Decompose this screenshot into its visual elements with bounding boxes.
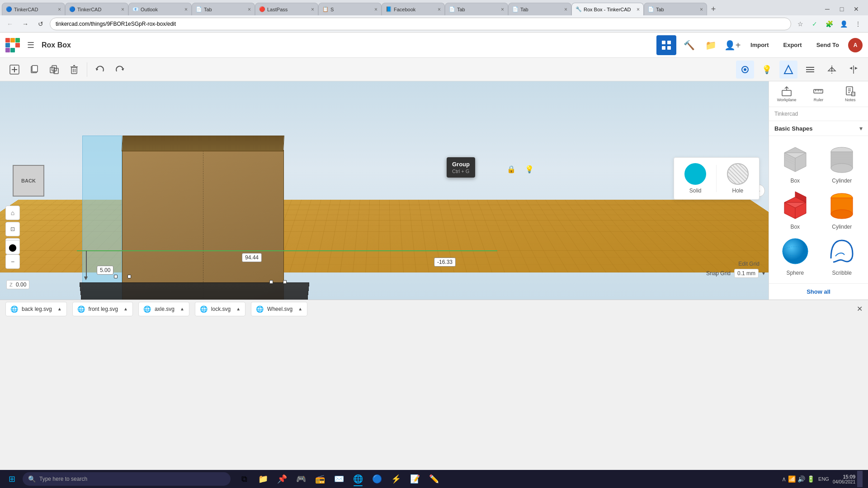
taskbar-app-edge[interactable]: 🌐 — [349, 471, 367, 487]
hole-item[interactable]: Hole — [727, 163, 749, 194]
app-menu-icon[interactable]: ☰ — [25, 38, 36, 52]
solid-circle[interactable] — [684, 163, 706, 185]
view-mode-button[interactable] — [736, 61, 754, 79]
user-avatar[interactable]: A — [848, 38, 863, 52]
shape-box-grey[interactable]: Box — [774, 143, 816, 184]
tab-6[interactable]: 📋 S × — [318, 3, 382, 15]
taskbar-corner[interactable] — [857, 471, 863, 487]
download-chevron-2[interactable]: ▲ — [123, 306, 128, 311]
download-chevron-5[interactable]: ▲ — [298, 306, 302, 311]
taskbar-app-word[interactable]: 📝 — [406, 471, 424, 487]
taskbar-app-explorer[interactable]: 📁 — [254, 471, 272, 487]
light-toggle-button[interactable]: 💡 — [522, 162, 537, 176]
forward-button[interactable]: → — [19, 18, 32, 30]
taskbar-clock[interactable]: 15:09 04/06/2021 — [833, 474, 855, 484]
network-icon[interactable]: 📶 — [788, 475, 796, 483]
tab-2[interactable]: 🔵 TinkerCAD × — [65, 3, 128, 15]
hammer-icon-button[interactable]: 🔨 — [680, 36, 698, 54]
close-button[interactable]: ✕ — [850, 3, 863, 15]
multi-copy-button[interactable] — [45, 61, 63, 79]
taskbar-app-mail[interactable]: ✉️ — [330, 471, 348, 487]
tab-close-6[interactable]: × — [374, 6, 377, 13]
extension-verified-icon[interactable]: ✓ — [808, 18, 821, 30]
tab-1[interactable]: 🔵 TinkerCAD × — [2, 3, 65, 15]
new-shape-button[interactable] — [5, 61, 24, 79]
back-button[interactable]: ← — [4, 18, 16, 30]
import-button[interactable]: Import — [745, 38, 774, 52]
taskbar-app-arduino[interactable]: ⚡ — [387, 471, 405, 487]
taskbar-app-radio[interactable]: 📻 — [311, 471, 329, 487]
shape-cylinder-grey[interactable]: Cylinder — [821, 143, 863, 184]
book-icon-button[interactable]: 📁 — [702, 36, 720, 54]
orientation-cube-face[interactable]: BACK — [13, 165, 44, 197]
tab-close-4[interactable]: × — [248, 6, 251, 13]
tab-3[interactable]: 📧 Outlook × — [128, 3, 192, 15]
snap-chevron[interactable]: ▾ — [762, 270, 765, 277]
tab-close-8[interactable]: × — [501, 6, 504, 13]
redo-button[interactable] — [111, 61, 129, 79]
shape-cylinder-orange[interactable]: Cylinder — [821, 189, 863, 230]
start-button[interactable]: ⊞ — [2, 471, 22, 487]
snap-dropdown[interactable]: 0.1 mm — [734, 269, 759, 278]
download-item-5[interactable]: 🌐 Wheel.svg ▲ — [251, 302, 307, 316]
taskbar-app-pin1[interactable]: 📌 — [273, 471, 291, 487]
taskbar-app-ink[interactable]: ✏️ — [425, 471, 443, 487]
maximize-button[interactable]: □ — [835, 3, 848, 15]
orientation-cube[interactable]: BACK — [13, 165, 49, 201]
shape-box-red[interactable]: Box — [774, 189, 816, 230]
download-chevron-1[interactable]: ▲ — [57, 306, 62, 311]
tab-5[interactable]: 🔴 LastPass × — [255, 3, 318, 15]
align-button[interactable] — [801, 61, 819, 79]
flip-button[interactable] — [823, 61, 841, 79]
undo-button[interactable] — [91, 61, 109, 79]
address-input[interactable] — [50, 18, 791, 30]
taskbar-app-taskview[interactable]: ⧉ — [235, 471, 253, 487]
grid-view-button[interactable] — [656, 35, 676, 55]
tab-close-5[interactable]: × — [311, 6, 314, 13]
tab-close-2[interactable]: × — [121, 6, 124, 13]
tab-10-active[interactable]: 🔧 Rox Box - TinkerCAD × — [571, 3, 644, 15]
profile-button[interactable]: 👤 — [837, 18, 850, 30]
taskbar-app-chrome[interactable]: 🔵 — [368, 471, 386, 487]
mirror-button[interactable] — [844, 61, 863, 79]
fit-view-button[interactable]: ⊡ — [5, 222, 20, 236]
export-button[interactable]: Export — [778, 38, 807, 52]
tab-7[interactable]: 📘 Facebook × — [382, 3, 445, 15]
light-button[interactable]: 💡 — [758, 61, 776, 79]
shape-select-button[interactable] — [779, 61, 797, 79]
taskbar-app-steam[interactable]: 🎮 — [292, 471, 310, 487]
tab-11[interactable]: 📄 Tab × — [644, 3, 707, 15]
lock-button[interactable]: 🔒 — [504, 162, 519, 176]
cylinder-indicator[interactable]: ⬤ — [5, 240, 20, 254]
tab-close-11[interactable]: × — [700, 6, 703, 13]
download-item-1[interactable]: 🌐 back leg.svg ▲ — [5, 302, 67, 316]
handle-2[interactable] — [127, 275, 131, 278]
download-chevron-3[interactable]: ▲ — [180, 306, 184, 311]
tab-8[interactable]: 📄 Tab × — [445, 3, 508, 15]
download-item-4[interactable]: 🌐 lock.svg ▲ — [195, 302, 245, 316]
extensions-button[interactable]: 🧩 — [823, 18, 835, 30]
download-close-button[interactable]: ✕ — [857, 305, 863, 313]
download-item-3[interactable]: 🌐 axle.svg ▲ — [138, 302, 189, 316]
add-user-button[interactable]: 👤+ — [723, 36, 741, 54]
minimize-button[interactable]: ─ — [821, 3, 834, 15]
basic-shapes-dropdown[interactable]: Basic Shapes ▾ — [769, 121, 868, 136]
download-chevron-4[interactable]: ▲ — [236, 306, 241, 311]
shape-scribble[interactable]: Scribble — [821, 235, 863, 276]
tab-close-9[interactable]: × — [564, 6, 567, 13]
solid-item[interactable]: Solid — [684, 163, 706, 194]
zoom-out-button[interactable]: − — [5, 254, 20, 269]
volume-icon[interactable]: 🔊 — [797, 475, 805, 483]
bookmark-button[interactable]: ☆ — [794, 18, 807, 30]
hole-circle[interactable] — [727, 163, 749, 185]
tab-9[interactable]: 📄 Tab × — [508, 3, 571, 15]
handle-1[interactable] — [114, 275, 118, 278]
copy-button[interactable] — [25, 61, 43, 79]
handle-3[interactable] — [269, 280, 273, 284]
tab-close-7[interactable]: × — [438, 6, 441, 13]
tab-4[interactable]: 📄 Tab × — [192, 3, 255, 15]
language-indicator[interactable]: ENG — [816, 476, 831, 482]
shape-sphere-blue[interactable]: Sphere — [774, 235, 816, 276]
notes-button[interactable]: Notes — [841, 85, 859, 103]
new-tab-button[interactable]: + — [707, 3, 720, 15]
